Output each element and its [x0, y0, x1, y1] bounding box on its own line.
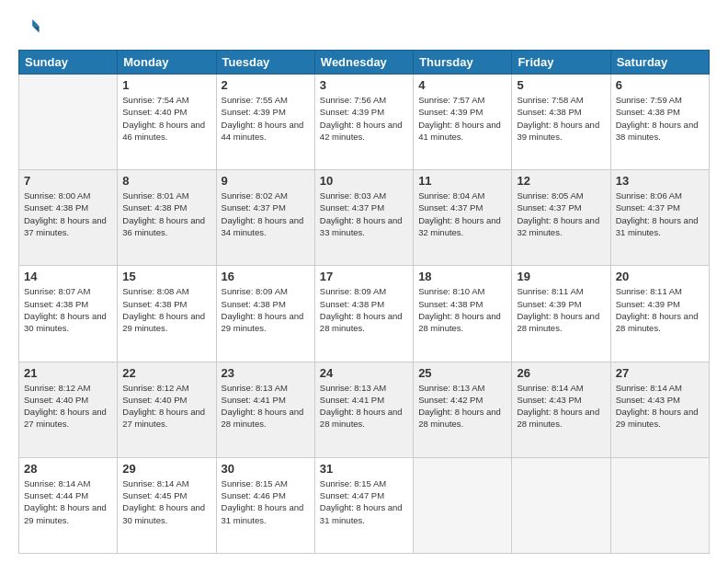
calendar-cell: 12Sunrise: 8:05 AMSunset: 4:37 PMDayligh… — [512, 170, 610, 266]
day-info: Sunrise: 8:15 AMSunset: 4:46 PMDaylight:… — [222, 477, 310, 526]
sunset-label: Sunset: 4:37 PM — [616, 202, 680, 213]
sunrise-label: Sunrise: 8:01 AM — [122, 190, 188, 201]
day-number: 16 — [222, 270, 310, 283]
daylight-label: Daylight: 8 hours and 31 minutes. — [320, 502, 403, 524]
calendar-cell — [512, 457, 610, 553]
sunset-label: Sunset: 4:37 PM — [320, 202, 384, 213]
day-info: Sunrise: 8:15 AMSunset: 4:47 PMDaylight:… — [320, 477, 408, 526]
sunset-label: Sunset: 4:37 PM — [222, 202, 286, 213]
sunset-label: Sunset: 4:41 PM — [222, 395, 286, 405]
sunrise-label: Sunrise: 8:02 AM — [222, 190, 288, 201]
daylight-label: Daylight: 8 hours and 29 minutes. — [616, 407, 699, 429]
sunset-label: Sunset: 4:39 PM — [616, 299, 680, 309]
day-number: 15 — [122, 270, 210, 283]
day-number: 8 — [122, 174, 210, 188]
day-info: Sunrise: 8:12 AMSunset: 4:40 PMDaylight:… — [122, 382, 210, 431]
calendar-week-row: 1Sunrise: 7:54 AMSunset: 4:40 PMDaylight… — [19, 75, 710, 170]
day-info: Sunrise: 8:14 AMSunset: 4:44 PMDaylight:… — [24, 477, 112, 526]
calendar-cell: 14Sunrise: 8:07 AMSunset: 4:38 PMDayligh… — [19, 266, 118, 362]
day-info: Sunrise: 8:01 AMSunset: 4:38 PMDaylight:… — [122, 190, 210, 238]
daylight-label: Daylight: 8 hours and 28 minutes. — [517, 407, 599, 429]
daylight-label: Daylight: 8 hours and 39 minutes. — [517, 120, 599, 142]
daylight-label: Daylight: 8 hours and 27 minutes. — [24, 407, 107, 429]
calendar-header-tuesday: Tuesday — [216, 51, 314, 75]
daylight-label: Daylight: 8 hours and 30 minutes. — [122, 502, 205, 524]
calendar-cell: 27Sunrise: 8:14 AMSunset: 4:43 PMDayligh… — [610, 362, 709, 457]
daylight-label: Daylight: 8 hours and 28 minutes. — [418, 407, 501, 429]
daylight-label: Daylight: 8 hours and 29 minutes. — [122, 311, 205, 333]
day-number: 23 — [222, 366, 310, 380]
day-info: Sunrise: 8:13 AMSunset: 4:41 PMDaylight:… — [320, 382, 408, 431]
calendar-cell: 5Sunrise: 7:58 AMSunset: 4:38 PMDaylight… — [512, 75, 610, 170]
daylight-label: Daylight: 8 hours and 44 minutes. — [222, 120, 304, 142]
calendar-cell — [414, 457, 512, 553]
daylight-label: Daylight: 8 hours and 37 minutes. — [24, 215, 107, 237]
day-info: Sunrise: 8:02 AMSunset: 4:37 PMDaylight:… — [222, 190, 310, 238]
sunset-label: Sunset: 4:39 PM — [320, 107, 384, 117]
day-info: Sunrise: 8:11 AMSunset: 4:39 PMDaylight:… — [616, 285, 704, 334]
calendar-cell: 25Sunrise: 8:13 AMSunset: 4:42 PMDayligh… — [414, 362, 512, 457]
day-info: Sunrise: 8:09 AMSunset: 4:38 PMDaylight:… — [222, 285, 310, 334]
day-number: 20 — [616, 270, 704, 283]
day-info: Sunrise: 8:13 AMSunset: 4:41 PMDaylight:… — [222, 382, 310, 431]
day-number: 19 — [517, 270, 605, 283]
daylight-label: Daylight: 8 hours and 33 minutes. — [320, 215, 403, 237]
sunset-label: Sunset: 4:46 PM — [222, 490, 286, 500]
day-info: Sunrise: 7:58 AMSunset: 4:38 PMDaylight:… — [517, 94, 605, 143]
day-number: 12 — [517, 174, 605, 188]
day-info: Sunrise: 8:05 AMSunset: 4:37 PMDaylight:… — [517, 190, 605, 238]
sunrise-label: Sunrise: 8:13 AM — [222, 383, 288, 393]
sunrise-label: Sunrise: 8:13 AM — [418, 383, 484, 393]
day-info: Sunrise: 8:00 AMSunset: 4:38 PMDaylight:… — [24, 190, 112, 238]
sunset-label: Sunset: 4:42 PM — [418, 395, 483, 405]
calendar-cell: 11Sunrise: 8:04 AMSunset: 4:37 PMDayligh… — [414, 170, 512, 266]
daylight-label: Daylight: 8 hours and 29 minutes. — [222, 311, 304, 333]
sunrise-label: Sunrise: 8:04 AM — [418, 190, 484, 201]
daylight-label: Daylight: 8 hours and 28 minutes. — [222, 407, 304, 429]
day-info: Sunrise: 8:06 AMSunset: 4:37 PMDaylight:… — [616, 190, 704, 238]
day-info: Sunrise: 8:09 AMSunset: 4:38 PMDaylight:… — [320, 285, 408, 334]
day-info: Sunrise: 8:11 AMSunset: 4:39 PMDaylight:… — [517, 285, 605, 334]
logo-icon — [20, 17, 40, 37]
sunset-label: Sunset: 4:38 PM — [418, 299, 483, 309]
calendar-cell: 13Sunrise: 8:06 AMSunset: 4:37 PMDayligh… — [610, 170, 709, 266]
day-info: Sunrise: 7:54 AMSunset: 4:40 PMDaylight:… — [122, 94, 210, 143]
day-number: 9 — [222, 174, 310, 188]
calendar-cell: 21Sunrise: 8:12 AMSunset: 4:40 PMDayligh… — [19, 362, 118, 457]
calendar-cell: 26Sunrise: 8:14 AMSunset: 4:43 PMDayligh… — [512, 362, 610, 457]
sunrise-label: Sunrise: 8:11 AM — [616, 286, 682, 296]
sunset-label: Sunset: 4:39 PM — [418, 107, 483, 117]
calendar-cell: 23Sunrise: 8:13 AMSunset: 4:41 PMDayligh… — [216, 362, 314, 457]
day-number: 26 — [517, 366, 605, 380]
calendar-header-sunday: Sunday — [19, 51, 118, 75]
calendar-header-saturday: Saturday — [610, 51, 709, 75]
sunrise-label: Sunrise: 8:08 AM — [122, 286, 188, 296]
sunrise-label: Sunrise: 8:14 AM — [616, 383, 682, 393]
sunrise-label: Sunrise: 8:06 AM — [616, 190, 682, 201]
calendar-cell: 24Sunrise: 8:13 AMSunset: 4:41 PMDayligh… — [314, 362, 413, 457]
sunrise-label: Sunrise: 7:58 AM — [517, 95, 583, 105]
calendar-cell: 8Sunrise: 8:01 AMSunset: 4:38 PMDaylight… — [118, 170, 216, 266]
sunset-label: Sunset: 4:38 PM — [122, 202, 187, 213]
day-number: 5 — [517, 78, 605, 92]
sunset-label: Sunset: 4:47 PM — [320, 490, 384, 500]
day-info: Sunrise: 8:03 AMSunset: 4:37 PMDaylight:… — [320, 190, 408, 238]
sunrise-label: Sunrise: 8:03 AM — [320, 190, 386, 201]
daylight-label: Daylight: 8 hours and 42 minutes. — [320, 120, 403, 142]
day-number: 6 — [616, 78, 704, 92]
day-number: 24 — [320, 366, 408, 380]
calendar-cell: 9Sunrise: 8:02 AMSunset: 4:37 PMDaylight… — [216, 170, 314, 266]
day-number: 22 — [122, 366, 210, 380]
sunset-label: Sunset: 4:40 PM — [122, 107, 187, 117]
daylight-label: Daylight: 8 hours and 31 minutes. — [616, 215, 699, 237]
day-info: Sunrise: 7:56 AMSunset: 4:39 PMDaylight:… — [320, 94, 408, 143]
day-number: 1 — [122, 78, 210, 92]
daylight-label: Daylight: 8 hours and 38 minutes. — [616, 120, 699, 142]
calendar-cell: 10Sunrise: 8:03 AMSunset: 4:37 PMDayligh… — [314, 170, 413, 266]
day-number: 11 — [418, 174, 506, 188]
sunrise-label: Sunrise: 8:05 AM — [517, 190, 583, 201]
day-number: 4 — [418, 78, 506, 92]
daylight-label: Daylight: 8 hours and 30 minutes. — [24, 311, 107, 333]
day-info: Sunrise: 8:04 AMSunset: 4:37 PMDaylight:… — [418, 190, 506, 238]
daylight-label: Daylight: 8 hours and 32 minutes. — [517, 215, 599, 237]
